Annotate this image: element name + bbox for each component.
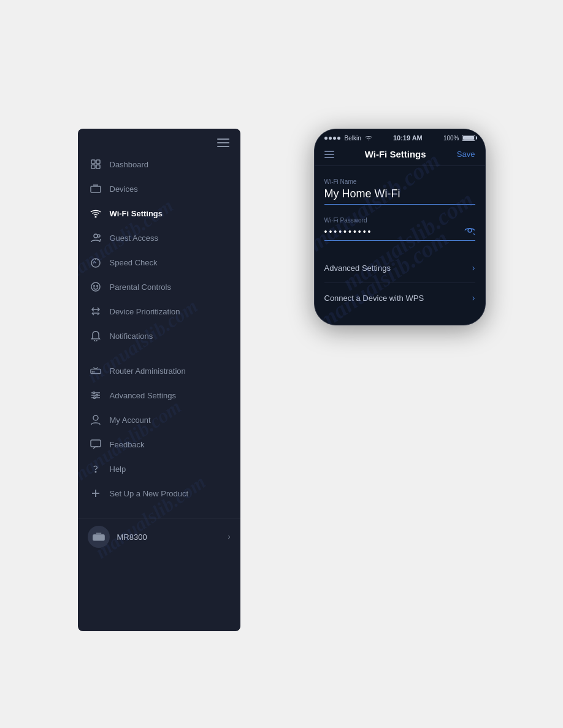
- battery-percent: 100%: [443, 135, 459, 142]
- guest-icon: [90, 232, 101, 243]
- phone-screen-title: Wi-Fi Settings: [365, 149, 426, 159]
- show-password-icon[interactable]: [464, 226, 475, 237]
- phone-content: Wi-Fi Name My Home Wi-Fi Wi-Fi Password …: [315, 166, 485, 325]
- svg-rect-24: [91, 440, 101, 447]
- wifi-password-field: Wi-Fi Password ••••••••••: [324, 217, 475, 241]
- signal-dots: [324, 137, 340, 140]
- sidebar-label-router: Router Administration: [110, 366, 186, 376]
- sidebar-label-guest: Guest Access: [110, 233, 158, 243]
- svg-point-21: [96, 395, 98, 396]
- devices-icon: [90, 183, 101, 194]
- sidebar-item-devices[interactable]: Devices: [78, 176, 240, 201]
- sidebar-item-parental-controls[interactable]: Parental Controls: [78, 275, 240, 299]
- connect-wps-label: Connect a Device with WPS: [324, 294, 424, 303]
- svg-point-29: [368, 139, 369, 140]
- sidebar-label-devices: Devices: [110, 184, 138, 194]
- svg-point-23: [93, 415, 98, 420]
- sidebar-label-setup: Set Up a New Product: [110, 489, 189, 498]
- advanced-settings-chevron: ›: [472, 263, 475, 273]
- chevron-right-icon: ›: [228, 533, 231, 541]
- wifi-signal-icon: [365, 135, 372, 142]
- feedback-icon: [90, 439, 101, 450]
- svg-rect-4: [91, 186, 101, 192]
- sidebar-item-setup-new[interactable]: Set Up a New Product: [78, 481, 240, 506]
- wifi-icon: [90, 208, 101, 219]
- wifi-name-label: Wi-Fi Name: [324, 178, 475, 185]
- phone-toolbar: Wi-Fi Settings Save: [315, 144, 485, 166]
- phone-mockup: manualslib.com manualslib.com manualslib…: [314, 129, 486, 325]
- sidebar-item-feedback[interactable]: Feedback: [78, 432, 240, 457]
- sidebar-item-advanced-settings[interactable]: Advanced Settings: [78, 383, 240, 408]
- priority-icon: [90, 306, 101, 317]
- svg-point-7: [98, 235, 100, 237]
- svg-rect-2: [91, 165, 95, 169]
- sidebar-label-dashboard: Dashboard: [110, 160, 149, 169]
- save-button[interactable]: Save: [457, 150, 475, 159]
- status-battery: 100%: [443, 135, 475, 142]
- sidebar-label-account: My Account: [110, 415, 151, 425]
- sidebar-label-feedback: Feedback: [110, 440, 145, 449]
- carrier-name: Belkin: [345, 135, 361, 142]
- svg-point-11: [96, 286, 98, 287]
- svg-point-9: [91, 282, 100, 291]
- wifi-name-field: Wi-Fi Name My Home Wi-Fi: [324, 178, 475, 205]
- svg-rect-28: [93, 535, 104, 540]
- speed-icon: [90, 257, 101, 268]
- parental-icon: [90, 281, 101, 292]
- sidebar-item-speed-check[interactable]: Speed Check: [78, 250, 240, 275]
- phone-menu-button[interactable]: [324, 151, 334, 158]
- help-icon: [90, 463, 101, 474]
- svg-point-20: [93, 392, 94, 394]
- sidebar-label-priority: Device Prioritization: [110, 307, 180, 316]
- advanced-settings-label: Advanced Settings: [324, 264, 391, 273]
- sidebar-header: [78, 129, 240, 152]
- connect-wps-item[interactable]: Connect a Device with WPS ›: [324, 283, 475, 313]
- wifi-name-value[interactable]: My Home Wi-Fi: [324, 188, 475, 205]
- device-avatar: [88, 526, 110, 548]
- sidebar-item-guest-access[interactable]: Guest Access: [78, 226, 240, 250]
- sidebar-item-help[interactable]: Help: [78, 457, 240, 481]
- svg-rect-0: [91, 160, 95, 164]
- sidebar-label-notifications: Notifications: [110, 332, 153, 341]
- svg-point-10: [93, 286, 94, 287]
- connect-wps-chevron: ›: [472, 293, 475, 303]
- svg-point-30: [468, 229, 472, 232]
- sidebar-label-help: Help: [110, 464, 126, 474]
- wifi-password-value[interactable]: ••••••••••: [324, 226, 475, 241]
- sidebar-label-parental: Parental Controls: [110, 282, 171, 292]
- advanced-icon: [90, 390, 101, 401]
- sidebar-item-device-prioritization[interactable]: Device Prioritization: [78, 299, 240, 324]
- sidebar-item-dashboard[interactable]: Dashboard: [78, 152, 240, 176]
- svg-point-6: [94, 234, 98, 238]
- phone-status-bar: Belkin 10:19 AM 100%: [315, 129, 485, 144]
- svg-rect-1: [96, 160, 100, 164]
- account-icon: [90, 414, 101, 425]
- wifi-password-label: Wi-Fi Password: [324, 217, 475, 224]
- notifications-icon: [90, 330, 101, 341]
- status-time: 10:19 AM: [393, 134, 423, 142]
- sidebar-item-my-account[interactable]: My Account: [78, 408, 240, 432]
- plus-icon: [90, 488, 101, 499]
- sidebar-item-notifications[interactable]: Notifications: [78, 324, 240, 348]
- sidebar-label-wifi: Wi-Fi Settings: [110, 209, 163, 218]
- sidebar-item-wifi-settings[interactable]: Wi-Fi Settings: [78, 201, 240, 226]
- device-name: MR8300: [117, 533, 221, 542]
- sidebar: manualslib.com manualslib.com manualslib…: [78, 129, 240, 631]
- sidebar-label-advanced: Advanced Settings: [110, 391, 176, 400]
- advanced-settings-item[interactable]: Advanced Settings ›: [324, 253, 475, 283]
- battery-icon: [462, 135, 475, 141]
- dashboard-icon: [90, 159, 101, 170]
- svg-rect-3: [96, 165, 100, 169]
- router-icon: [90, 365, 101, 376]
- sidebar-nav: Dashboard Devices: [78, 152, 240, 506]
- svg-point-22: [93, 397, 95, 399]
- phone-list: Advanced Settings › Connect a Device wit…: [324, 253, 475, 313]
- sidebar-label-speed: Speed Check: [110, 258, 158, 267]
- svg-point-5: [95, 216, 96, 218]
- svg-point-25: [95, 471, 96, 472]
- device-footer[interactable]: MR8300 ›: [78, 518, 240, 555]
- status-carrier: Belkin: [324, 135, 372, 142]
- sidebar-item-router-admin[interactable]: Router Administration: [78, 358, 240, 383]
- hamburger-menu-button[interactable]: [217, 138, 229, 147]
